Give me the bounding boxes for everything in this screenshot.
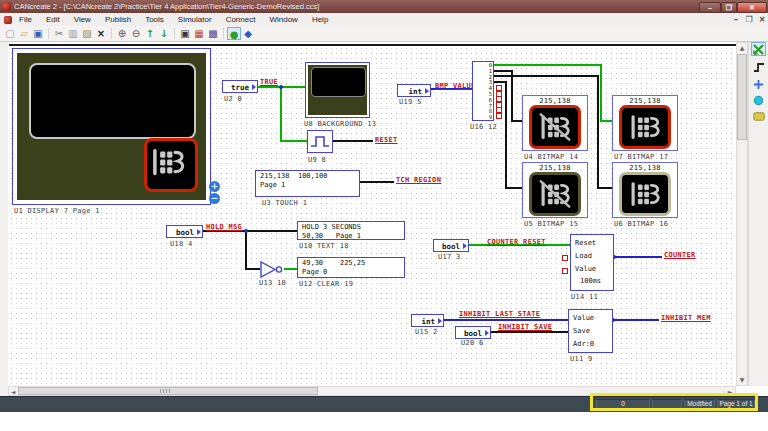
signal-label-bmp-value[interactable]: BMP_VALUE bbox=[435, 82, 476, 90]
block-u15-int-constant[interactable]: int bbox=[411, 314, 444, 327]
wire-bitmap-sel0[interactable] bbox=[494, 64, 602, 66]
mdi-restore-button[interactable]: ❐ bbox=[743, 13, 755, 25]
save-icon[interactable]: ▣ bbox=[31, 27, 45, 40]
window-frame bbox=[0, 42, 8, 396]
vertical-scrollbar-thumb[interactable] bbox=[737, 54, 747, 140]
block-ref: U1 DISPLAY 7 Page 1 bbox=[14, 207, 100, 215]
menu-help[interactable]: Help bbox=[305, 15, 335, 24]
probe-tool-icon[interactable] bbox=[751, 93, 766, 107]
menu-connect[interactable]: Connect bbox=[219, 15, 263, 24]
block-ref: U15 2 bbox=[415, 328, 438, 336]
wire-bitmap-sel3[interactable] bbox=[505, 187, 523, 189]
wire-tch-region[interactable] bbox=[360, 181, 394, 183]
paste-icon[interactable]: ▨ bbox=[80, 27, 94, 40]
block-u11-memory[interactable]: Value Save Adr:0 bbox=[568, 309, 613, 353]
wire-reset[interactable] bbox=[333, 140, 373, 142]
bitmap-size: 215,138 bbox=[523, 96, 587, 105]
label-tool-icon[interactable] bbox=[751, 109, 766, 123]
wire-bitmap-sel2[interactable] bbox=[597, 75, 599, 189]
block-u9-pulse[interactable] bbox=[307, 130, 333, 153]
zoom-out-icon[interactable]: ⊖ bbox=[129, 27, 143, 40]
menu-view[interactable]: View bbox=[67, 15, 98, 24]
block-u18-bool-constant[interactable]: bool bbox=[166, 225, 203, 238]
signal-label-reset[interactable]: RESET bbox=[375, 136, 398, 144]
wire-bitmap-sel3[interactable] bbox=[505, 81, 507, 189]
menu-tools[interactable]: Tools bbox=[138, 15, 171, 24]
block-u1-display[interactable] bbox=[12, 48, 211, 205]
wire-true[interactable] bbox=[280, 140, 307, 142]
pan-tool-icon[interactable] bbox=[751, 42, 766, 56]
signal-label-tch-region[interactable]: TCH_REGION bbox=[396, 176, 441, 184]
display-zoom-out-button[interactable]: − bbox=[209, 193, 220, 204]
signal-label-counter-reset[interactable]: COUNTER_RESET bbox=[487, 238, 546, 246]
page-up-icon[interactable]: ↑ bbox=[143, 27, 157, 40]
constant-value: bool bbox=[176, 228, 194, 237]
menu-simulator[interactable]: Simulator bbox=[171, 15, 219, 24]
display-tool-icon[interactable]: ▣ bbox=[178, 27, 192, 40]
delete-icon[interactable]: × bbox=[94, 27, 108, 40]
open-icon[interactable]: ▱ bbox=[17, 27, 31, 40]
new-icon[interactable]: ▢ bbox=[3, 27, 17, 40]
scroll-up-arrow-icon[interactable]: ▲ bbox=[737, 43, 747, 53]
wire-hold-msg[interactable] bbox=[245, 230, 247, 269]
restore-button[interactable]: ❐ bbox=[721, 2, 737, 13]
wire-tool-icon[interactable] bbox=[751, 60, 766, 74]
wire-counter[interactable] bbox=[614, 256, 662, 258]
block-u19-int-constant[interactable]: int bbox=[397, 84, 431, 97]
minimize-button[interactable]: – bbox=[699, 2, 721, 13]
status-empty bbox=[652, 399, 682, 409]
text-content: HOLD 3 SECONDS bbox=[298, 222, 404, 231]
block-u14-counter[interactable]: Reset Load Value 100ms bbox=[570, 234, 614, 291]
wire-true[interactable] bbox=[280, 87, 282, 141]
signal-label-true[interactable]: TRUE bbox=[260, 78, 278, 86]
block-u16-selector[interactable]: 0 1 2 3 4 5 6 7 8 9 bbox=[472, 61, 494, 121]
menu-file[interactable]: File bbox=[12, 15, 39, 24]
block-u5-bitmap[interactable]: 215,138 bbox=[522, 162, 588, 218]
signal-label-inhibit-last-state[interactable]: INHIBIT_LAST_STATE bbox=[459, 310, 540, 318]
junction-tool-icon[interactable] bbox=[751, 77, 766, 91]
wire-bitmap-sel2[interactable] bbox=[494, 75, 599, 77]
mdi-minimize-button[interactable]: – bbox=[730, 13, 742, 25]
cut-icon[interactable]: ✂ bbox=[52, 27, 66, 40]
copy-icon[interactable]: ▥ bbox=[66, 27, 80, 40]
block-u20-bool-constant[interactable]: bool bbox=[455, 326, 491, 339]
bitmap-grid-icon[interactable]: ▦ bbox=[192, 27, 206, 40]
display-zoom-in-button[interactable]: + bbox=[209, 181, 220, 192]
wire-out-arrow-icon bbox=[425, 88, 429, 94]
constant-value: int bbox=[408, 87, 422, 96]
close-button[interactable]: ✕ bbox=[737, 2, 767, 13]
menu-publish[interactable]: Publish bbox=[98, 15, 138, 24]
wire-inhibit-last-state[interactable] bbox=[444, 319, 568, 321]
menu-edit[interactable]: Edit bbox=[39, 15, 67, 24]
wire-inhibit-mem[interactable] bbox=[613, 319, 659, 321]
unconnected-pin-marker bbox=[562, 255, 568, 261]
signal-label-inhibit-save[interactable]: INHIBIT_SAVE bbox=[498, 323, 552, 331]
wire-hold-msg[interactable] bbox=[245, 268, 260, 270]
block-u7-bitmap[interactable]: 215,138 bbox=[612, 95, 678, 151]
block-u3-touch[interactable]: 215,138 100,100 Page 1 bbox=[255, 170, 360, 197]
zoom-in-icon[interactable]: ⊕ bbox=[115, 27, 129, 40]
pattern-grid-icon[interactable]: ▩ bbox=[206, 27, 220, 40]
block-u8-background[interactable] bbox=[305, 62, 370, 118]
simulate-icon[interactable]: ● bbox=[227, 27, 241, 40]
page-down-icon[interactable]: ↓ bbox=[157, 27, 171, 40]
signal-label-hold-msg[interactable]: HOLD_MSG bbox=[206, 223, 242, 231]
menu-window[interactable]: Window bbox=[262, 15, 304, 24]
signal-label-counter[interactable]: COUNTER bbox=[664, 251, 696, 259]
wire-inhibit-save[interactable] bbox=[491, 331, 568, 333]
block-u2-true-constant[interactable]: true bbox=[222, 80, 258, 93]
toolbar-separator bbox=[174, 28, 175, 39]
scroll-down-arrow-icon[interactable]: ▼ bbox=[737, 375, 747, 385]
wire-bitmap-sel2[interactable] bbox=[597, 187, 613, 189]
block-u17-bool-constant[interactable]: bool bbox=[433, 239, 469, 252]
block-u10-text[interactable]: HOLD 3 SECONDS 50,30 Page 1 bbox=[297, 221, 405, 240]
signal-label-inhibit-mem[interactable]: INHIBIT_MEM bbox=[661, 314, 711, 322]
block-u6-bitmap[interactable]: 215,138 bbox=[612, 162, 678, 218]
wire-bitmap-sel0[interactable] bbox=[600, 64, 602, 121]
connect-icon[interactable]: ◆ bbox=[241, 27, 255, 40]
mdi-close-button[interactable]: × bbox=[756, 13, 768, 25]
block-u12-clear[interactable]: 49,30 225,25 Page 0 bbox=[297, 257, 405, 278]
display-machine-icon bbox=[144, 138, 198, 192]
block-u4-bitmap[interactable]: 215,138 bbox=[522, 95, 588, 151]
wire-bitmap-sel1[interactable] bbox=[511, 70, 513, 122]
